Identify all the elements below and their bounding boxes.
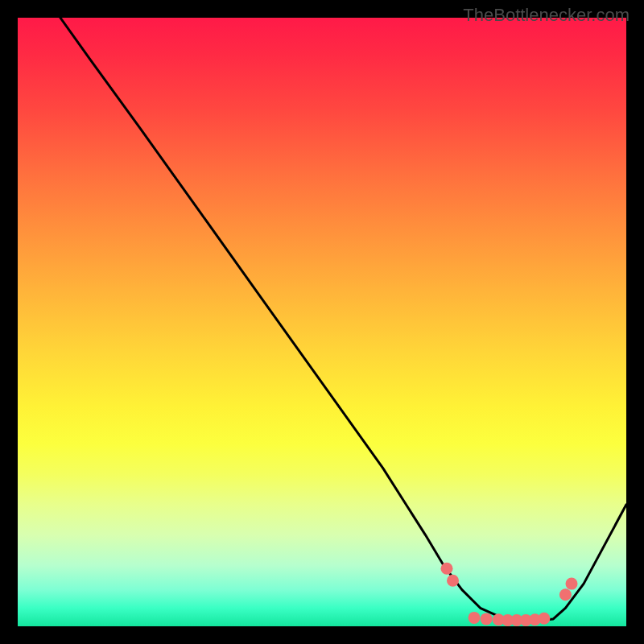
marker-dot	[566, 578, 578, 590]
marker-dot	[441, 563, 453, 575]
marker-dot	[469, 612, 481, 624]
watermark-text: TheBottlenecker.com	[463, 5, 630, 26]
marker-dot	[447, 575, 459, 587]
marker-dot	[538, 613, 550, 625]
marker-dot	[481, 613, 493, 625]
plot-area	[18, 18, 626, 626]
bottleneck-curve	[60, 18, 626, 621]
chart-overlay	[18, 18, 626, 626]
marker-dot	[559, 588, 572, 601]
